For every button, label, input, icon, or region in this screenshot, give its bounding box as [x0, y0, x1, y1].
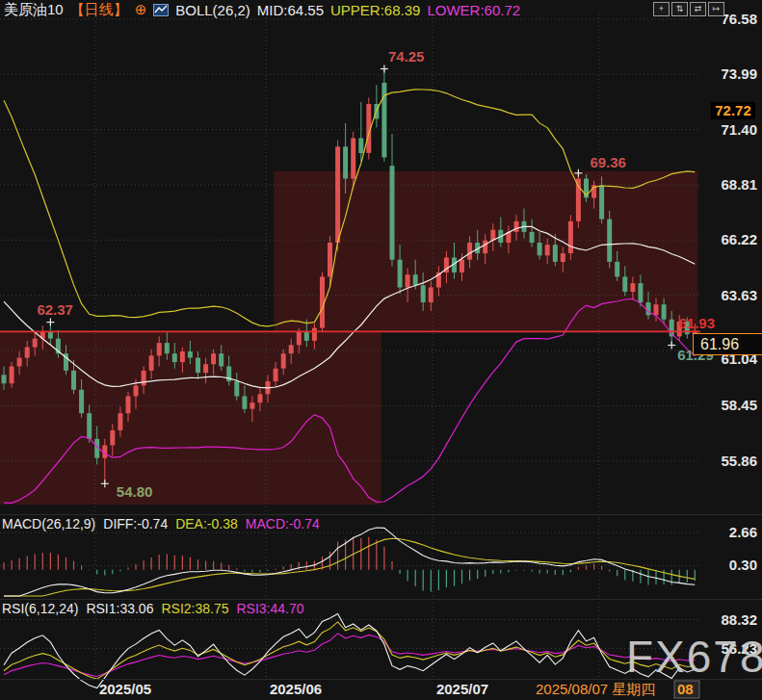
trading-app-window: 61.9362.3754.8074.2569.3661.2976.5873.99… — [0, 0, 762, 700]
candle-body — [118, 413, 122, 430]
candle-body — [33, 339, 38, 348]
y-axis-label: 76.58 — [721, 11, 757, 27]
period-selector[interactable]: 【日线】 — [70, 1, 128, 19]
candle-body — [390, 166, 395, 260]
rsi-line — [4, 613, 695, 687]
macd-indicator-label: MACD(26,12,9) — [2, 516, 95, 531]
candle-body — [622, 276, 627, 292]
candle-body — [250, 402, 254, 409]
rsi1-value: RSI1:33.06 — [86, 601, 153, 616]
candle-body — [351, 139, 355, 179]
candle-body — [149, 355, 154, 371]
band-peak-price-tag: 72.72 — [711, 102, 755, 119]
candle-body — [429, 288, 434, 303]
candle-body — [126, 397, 131, 414]
scale-x-axis-icon[interactable]: ⇄ — [690, 2, 706, 16]
rsi2-value: RSI2:38.75 — [161, 601, 228, 616]
candle-body — [381, 83, 386, 157]
candle-body — [406, 274, 410, 287]
candle-body — [328, 243, 332, 276]
last-price-tag: 61.96 — [693, 333, 762, 355]
candle-body — [165, 343, 170, 353]
candle-body — [87, 413, 92, 439]
rsi-line — [4, 622, 695, 679]
y-axis-label: 0.30 — [729, 557, 757, 573]
extreme-price-label: 74.25 — [388, 48, 425, 65]
y-axis-label: 63.63 — [721, 287, 757, 303]
candle-body — [79, 390, 84, 413]
candle-body — [514, 221, 519, 232]
candle-body — [358, 139, 363, 154]
candle-body — [289, 345, 294, 353]
candle-body — [110, 430, 115, 446]
rsi3-value: RSI3:44.70 — [237, 601, 304, 616]
candle-body — [281, 353, 286, 369]
extreme-price-label: 54.80 — [117, 483, 153, 500]
y-axis-label: 68.81 — [721, 176, 757, 193]
symbol-name: 美原油10 — [4, 1, 64, 19]
candle-body — [274, 369, 278, 381]
candle-body — [553, 245, 558, 262]
candle-body — [142, 371, 146, 386]
candle-body — [203, 364, 208, 373]
candle-body — [25, 348, 30, 358]
rsi-indicator-label: RSI(6,12,24) — [2, 601, 78, 616]
candle-body — [599, 185, 604, 219]
chart-canvas[interactable]: 61.9362.3754.8074.2569.3661.2976.5873.99… — [0, 0, 762, 700]
candle-body — [343, 146, 348, 178]
chart-header: 美原油10 【日线】 ⊕ BOLL(26,2) MID:64.55 UPPER:… — [4, 1, 520, 18]
y-axis-label: 88.32 — [721, 611, 757, 628]
x-axis-label: 2025/06 — [270, 681, 322, 697]
panel-divider — [0, 679, 762, 680]
chart-toolbar: +⇅⇄↦ — [653, 2, 724, 16]
candle-body — [630, 283, 635, 292]
candle-body — [211, 353, 216, 364]
boll-lower-value: LOWER:60.72 — [427, 2, 520, 18]
extreme-price-label: 62.37 — [37, 301, 73, 318]
x-axis-label: 08 — [677, 681, 694, 697]
alert-line-price-label: 61.93 — [678, 315, 715, 331]
candle-body — [312, 328, 317, 341]
fx678-watermark: FX678 — [626, 631, 762, 683]
x-axis-label: 2025/05 — [99, 681, 151, 697]
candle-body — [48, 332, 53, 339]
candle-body — [467, 243, 472, 260]
candle-body — [17, 358, 22, 367]
candle-body — [71, 371, 76, 390]
add-indicator-icon[interactable]: ⊕ — [135, 1, 147, 18]
candle-body — [413, 274, 418, 285]
candle-body — [654, 304, 659, 315]
candle-body — [335, 146, 340, 243]
candle-body — [646, 302, 651, 315]
candle-body — [234, 381, 239, 397]
candle-body — [561, 253, 565, 262]
candle-body — [172, 353, 177, 362]
go-to-latest-icon[interactable]: ↦ — [708, 2, 724, 16]
candle-body — [530, 232, 535, 243]
extreme-price-label: 69.36 — [590, 154, 626, 170]
candle-body — [180, 351, 185, 362]
candle-body — [10, 367, 14, 384]
candle-body — [421, 285, 426, 302]
candle-body — [638, 283, 643, 302]
boll-upper-value: UPPER:68.39 — [330, 2, 420, 18]
y-axis-label: 2.66 — [729, 524, 757, 540]
candle-body — [304, 332, 309, 341]
y-axis-label: 58.45 — [721, 397, 757, 413]
candle-body — [538, 243, 542, 255]
candle-body — [2, 375, 7, 383]
candle-body — [157, 343, 162, 355]
y-axis-label: 55.86 — [721, 453, 757, 469]
move-chart-icon[interactable]: + — [653, 2, 670, 16]
candle-body — [483, 241, 487, 253]
rsi-header: RSI(6,12,24) RSI1:33.06 RSI2:38.75 RSI3:… — [2, 601, 304, 616]
panel-divider — [0, 599, 762, 600]
macd-header: MACD(26,12,9) DIFF:-0.74 DEA:-0.38 MACD:… — [2, 516, 320, 531]
mini-chart-icon — [153, 4, 169, 16]
macd-dea-value: DEA:-0.38 — [175, 516, 238, 531]
candle-body — [615, 262, 619, 277]
boll-indicator-label: BOLL(26,2) — [175, 2, 250, 18]
boll-mid-value: MID:64.55 — [257, 2, 324, 18]
candle-body — [398, 260, 403, 288]
scale-y-axis-icon[interactable]: ⇅ — [671, 2, 688, 16]
